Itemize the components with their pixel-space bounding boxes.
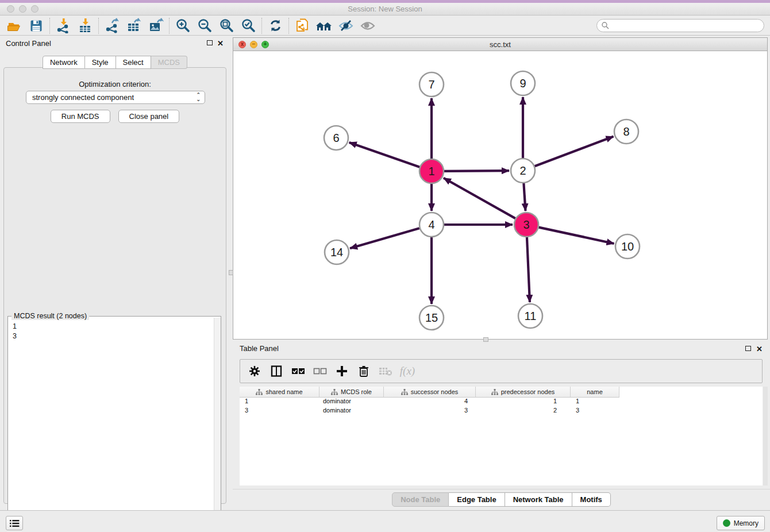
table-cell[interactable]: 3 [240, 407, 319, 416]
zoom-selected-icon [241, 18, 256, 33]
network-window-titlebar[interactable]: x − + scc.txt [233, 38, 767, 51]
import-table-icon [78, 18, 93, 33]
memory-status-icon [723, 519, 730, 527]
tab-select[interactable]: Select [116, 56, 151, 69]
graph-edge-3-10[interactable] [539, 228, 614, 244]
graph-edge-1-2[interactable] [444, 171, 509, 171]
panel-splitter-grip[interactable] [483, 337, 488, 342]
close-panel-icon[interactable]: ✕ [756, 345, 763, 353]
memory-button[interactable]: Memory [717, 516, 765, 530]
refresh-button[interactable] [264, 17, 286, 34]
export-network-icon [105, 18, 120, 33]
network-window-title: scc.txt [233, 40, 767, 49]
graph-edge-2-3[interactable] [523, 183, 525, 211]
hierarchy-icon [331, 389, 338, 395]
table-cell[interactable]: 1 [476, 398, 571, 407]
column-header-successor-nodes[interactable]: successor nodes [384, 387, 476, 398]
table-scrollbar[interactable] [763, 387, 768, 485]
column-label: predecessor nodes [501, 388, 555, 395]
panel-splitter-grip[interactable] [229, 270, 233, 275]
application-window: Session: New Session [0, 0, 770, 532]
export-table-button[interactable] [123, 17, 145, 34]
graph-edge-3-11[interactable] [527, 237, 530, 302]
task-history-button[interactable] [6, 516, 23, 530]
mcds-result-scrollbar[interactable] [214, 318, 221, 530]
export-network-button[interactable] [101, 17, 123, 34]
zoom-selected-button[interactable] [237, 17, 259, 34]
list-icon [10, 519, 20, 527]
table-cell[interactable]: 4 [384, 398, 476, 407]
table-row[interactable]: 1dominator411 [240, 398, 763, 407]
column-label: successor nodes [411, 388, 459, 395]
import-network-button[interactable] [52, 17, 74, 34]
graph-node-label: 8 [623, 125, 629, 138]
control-panel: Control Panel ✕ Network Style Select MCD… [0, 36, 230, 510]
first-neighbors-button[interactable] [313, 17, 335, 34]
graph-node-label: 15 [425, 311, 438, 324]
graph-edge-3-1[interactable] [444, 178, 515, 218]
mcds-panel: Optimization criterion: strongly connect… [3, 67, 226, 504]
column-header-name[interactable]: name [571, 387, 619, 398]
import-network-icon [56, 18, 71, 33]
column-header-predecessor-nodes[interactable]: predecessor nodes [476, 387, 571, 398]
table-settings-button[interactable] [247, 364, 262, 379]
table-cell[interactable]: 3 [571, 407, 619, 416]
table-toolbar: f(x) [240, 359, 763, 383]
tab-network-table[interactable]: Network Table [505, 492, 572, 507]
tab-node-table[interactable]: Node Table [392, 492, 449, 507]
column-visibility-button[interactable] [269, 364, 284, 379]
column-header-mcds-role[interactable]: MCDS role [319, 387, 384, 398]
select-all-rows-button[interactable] [291, 364, 306, 379]
table-cell[interactable]: 1 [571, 398, 619, 407]
table-row[interactable]: 3dominator323 [240, 407, 763, 416]
export-image-icon [148, 18, 164, 33]
save-session-button[interactable] [25, 17, 47, 34]
run-mcds-button[interactable]: Run MCDS [51, 110, 110, 123]
window-title: Session: New Session [0, 5, 770, 13]
tab-network[interactable]: Network [43, 56, 85, 69]
table-cell[interactable]: dominator [319, 398, 384, 407]
optimization-criterion-select[interactable]: strongly connected component ⌃⌄ [26, 91, 205, 104]
float-panel-icon[interactable] [207, 40, 213, 45]
table-cell[interactable]: 2 [476, 407, 571, 416]
tab-motifs[interactable]: Motifs [572, 492, 611, 507]
tab-style[interactable]: Style [85, 56, 116, 69]
graph-node-label: 4 [428, 218, 434, 231]
table-panel: Table Panel ✕ [233, 342, 770, 510]
zoom-fit-button[interactable] [215, 17, 237, 34]
graph-edge-2-8[interactable] [535, 136, 614, 166]
zoom-in-button[interactable] [172, 17, 194, 34]
tab-mcds[interactable]: MCDS [151, 56, 187, 69]
table-cell[interactable]: 1 [240, 398, 319, 407]
close-panel-button[interactable]: Close panel [118, 110, 180, 123]
open-session-button[interactable] [3, 17, 25, 34]
new-network-from-selection-button[interactable] [291, 17, 313, 34]
optimization-criterion-label: Optimization criterion: [4, 80, 226, 88]
tab-edge-table[interactable]: Edge Table [449, 492, 505, 507]
deselect-all-rows-button[interactable] [313, 364, 328, 379]
zoom-out-button[interactable] [194, 17, 215, 34]
add-column-button[interactable] [334, 364, 349, 379]
network-canvas[interactable]: 1234678910111415 [233, 51, 767, 339]
delete-column-button[interactable] [356, 364, 371, 379]
unchecked-boxes-icon [313, 367, 327, 375]
mcds-result-item: 3 [13, 331, 214, 341]
import-table-button[interactable] [74, 17, 96, 34]
table-cell[interactable]: 3 [384, 407, 476, 416]
graph-edge-4-14[interactable] [350, 228, 419, 248]
column-label: name [587, 388, 603, 395]
graph-edge-1-6[interactable] [349, 142, 420, 167]
search-input[interactable] [596, 19, 764, 32]
hide-selected-button[interactable] [335, 17, 357, 34]
network-graph[interactable]: 1234678910111415 [233, 51, 767, 339]
mcds-result-list[interactable]: 13 [8, 318, 214, 530]
show-all-button[interactable] [357, 17, 379, 34]
column-header-shared-name[interactable]: shared name [240, 387, 319, 398]
node-table[interactable]: shared name MCDS role successor nodes pr… [240, 387, 763, 485]
table-cell[interactable]: dominator [319, 407, 384, 416]
select-stepper-icon: ⌃⌄ [196, 92, 201, 102]
export-image-button[interactable] [145, 17, 167, 34]
show-all-icon [360, 18, 376, 33]
float-panel-icon[interactable] [745, 346, 751, 351]
close-panel-icon[interactable]: ✕ [217, 40, 224, 47]
